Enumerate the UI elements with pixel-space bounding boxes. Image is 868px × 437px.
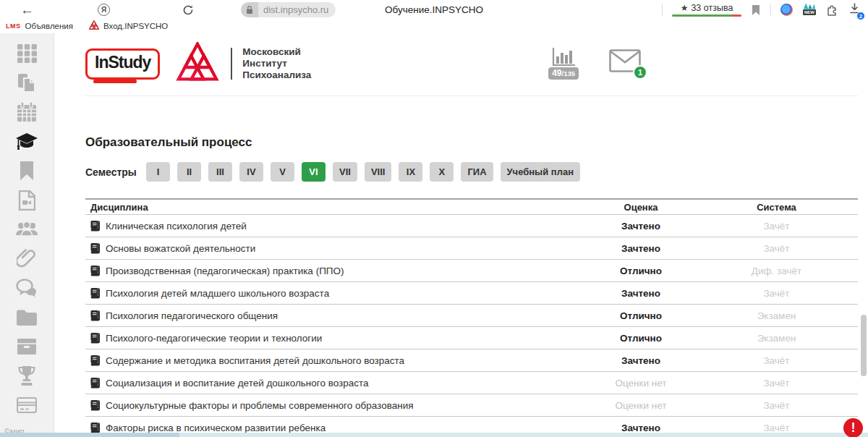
mail-button[interactable]: 1 [609,49,641,75]
archive-icon[interactable] [15,336,38,357]
progress-stats-button[interactable]: 49/135 [548,48,579,80]
address-bar[interactable]: dist.inpsycho.ru [241,2,336,17]
semester-button[interactable]: X [430,162,454,182]
semester-button[interactable]: IX [399,162,422,182]
table-row[interactable]: Психолого-педагогические теории и технол… [85,327,858,349]
documents-icon[interactable] [15,72,38,94]
bottom-strip [0,433,868,437]
semester-buttons: I II III IV V VI VII VIII IX [146,162,580,182]
toolbar-divider [770,4,771,16]
new-badge: NEW [803,9,816,15]
discipline-name: Социокультурные факторы и проблемы совре… [106,400,413,411]
semester-button[interactable]: III [208,162,232,182]
book-icon [90,400,100,411]
institute-line: Психоанализа [242,69,311,81]
progress-total: /135 [562,69,576,77]
grade-value: Зачтено [621,221,660,232]
book-icon [90,221,100,232]
instudy-logo-underline [93,80,137,83]
table-row[interactable]: Клиническая психология детей Зачтено Зач… [85,215,858,237]
users-icon[interactable] [15,218,38,240]
reviews-label: 33 отзыва [691,3,733,13]
lms-logo-icon: LMS [6,22,21,30]
folder-icon[interactable] [15,307,38,328]
book-icon [90,333,100,344]
card-icon[interactable] [15,394,38,416]
video-file-icon[interactable] [15,190,38,211]
downloads-count-badge: 2 [856,12,865,20]
semester-button[interactable]: VI [302,162,326,182]
semester-button[interactable]: V [271,162,294,182]
discipline-name: Социализация и воспитание детей дошкольн… [106,378,369,389]
downloads-icon[interactable]: 2 [848,2,861,17]
semester-button[interactable]: IV [239,162,263,182]
semester-button[interactable]: VII [333,162,357,182]
grade-value: Отлично [620,333,662,344]
book-icon [90,266,100,276]
book-icon [90,288,100,299]
browser-logo-icon[interactable]: Я [98,4,110,16]
instudy-logo-text: InStudy [95,53,150,72]
alert-icon[interactable]: ! [843,418,863,437]
semester-button[interactable]: I [146,162,170,182]
semester-button[interactable]: Учебный план [501,162,580,182]
table-row[interactable]: Психология педагогического общения Отлич… [85,305,858,327]
grade-value: Отлично [620,310,662,321]
column-header-system: Система [695,202,858,213]
semester-button[interactable]: II [177,162,201,182]
apps-grid-icon[interactable] [15,43,38,64]
table-row[interactable]: Социокультурные факторы и проблемы совре… [85,394,858,417]
column-header-grade: Оценка [587,202,695,213]
bookmark-flag-icon[interactable] [751,4,761,16]
semester-button[interactable]: VIII [365,162,392,182]
sidebar-nav: ©мип [0,33,54,437]
grading-system-value: Зачёт [763,400,789,411]
table-row[interactable]: Основы вожатской деятельности Зачтено За… [85,237,858,260]
bookmark-label: Объявления [25,22,74,30]
instudy-logo[interactable]: InStudy [85,48,160,80]
progress-current: 49 [552,68,561,78]
grades-table: Дисциплина Оценка Система Клиническая пс… [85,198,858,437]
book-icon [90,243,100,254]
table-row[interactable]: Производственная (педагогическая) практи… [85,260,858,282]
grading-system-value: Экзамен [757,310,796,321]
grade-value: Зачтено [621,355,660,366]
chat-icon[interactable] [15,277,38,299]
star-icon: ★ [681,3,689,13]
extension-circle-icon[interactable] [780,4,793,16]
bookmark-announcements[interactable]: LMS Объявления [6,22,73,30]
grade-value: Оценки нет [616,378,667,389]
discipline-name: Психология детей младшего школьного возр… [106,288,329,299]
grading-system-value: Зачёт [763,423,789,433]
calendar-icon[interactable] [15,101,38,123]
extensions-puzzle-icon[interactable] [826,4,839,16]
trophy-icon[interactable] [15,365,38,387]
discipline-name: Психолого-педагогические теории и технол… [106,333,322,344]
table-row[interactable]: Социализация и воспитание детей дошкольн… [85,372,858,394]
mail-unread-badge: 1 [633,65,647,80]
grade-value: Зачтено [621,243,660,254]
discipline-name: Основы вожатской деятельности [106,243,255,254]
refresh-icon[interactable] [182,4,194,16]
bookmark-inpsycho-login[interactable]: Вход.INPSYCHO [89,20,168,32]
discipline-name: Психология педагогического общения [106,310,278,321]
table-row[interactable]: Содержание и методика воспитания детей д… [85,349,858,372]
back-icon[interactable]: ← [20,2,34,18]
table-row[interactable]: Психология детей младшего школьного возр… [85,282,858,305]
bookmarks-bar: LMS Объявления Вход.INPSYCHO [0,20,868,33]
grading-system-value: Зачёт [763,355,789,366]
grade-value: Оценки нет [616,400,667,411]
discipline-name: Факторы риска в психическом развитии реб… [106,423,326,433]
bookmark-label: Вход.INPSYCHO [103,22,168,30]
extension-new-icon[interactable]: NEW [802,4,817,17]
bookmark-icon[interactable] [15,160,38,182]
scrollbar-thumb[interactable] [861,315,867,376]
education-graduation-cap-icon[interactable] [15,131,38,153]
extension-new-glyph [804,4,815,9]
rating-bar [672,14,741,17]
site-reviews-button[interactable]: ★ 33 отзыва [672,3,741,17]
paperclip-icon[interactable] [15,248,38,270]
mip-triangle-logo-icon [89,20,99,32]
semester-button[interactable]: ГИА [461,162,493,182]
book-icon [90,355,100,366]
